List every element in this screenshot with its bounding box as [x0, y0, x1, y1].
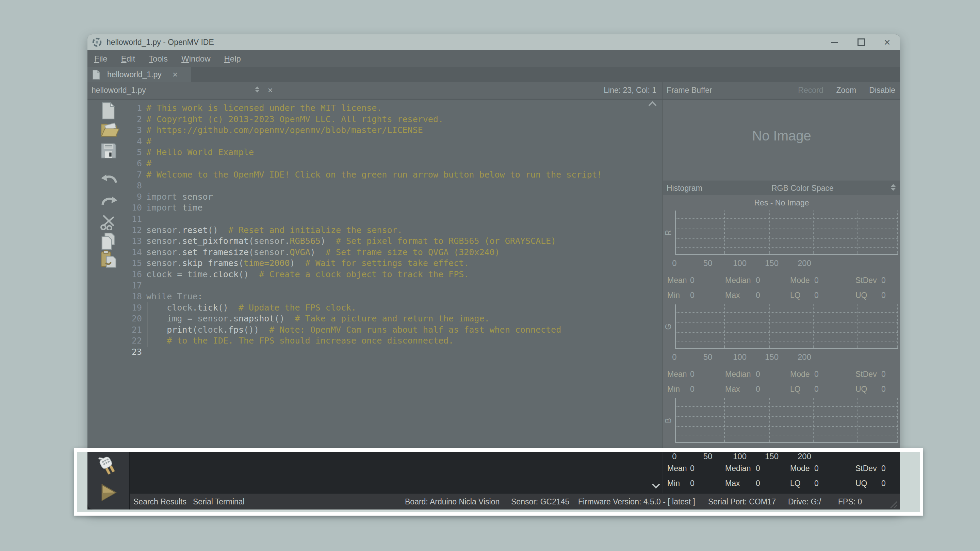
line-number: 1 — [128, 103, 142, 114]
save-icon — [100, 143, 117, 159]
minimize-button[interactable] — [824, 34, 846, 50]
copy-button[interactable] — [100, 232, 118, 250]
menu-edit[interactable]: Edit — [115, 54, 142, 64]
editor-header: helloworld_1.py × Line: 23, Col: 1 — [88, 82, 662, 100]
tab-close-icon[interactable]: × — [172, 67, 178, 82]
menu-help[interactable]: Help — [217, 54, 247, 64]
channel-label-r: R — [664, 229, 673, 237]
record-button[interactable]: Record — [798, 82, 823, 98]
stat-value: 0 — [881, 291, 886, 300]
stat: LQ0 — [790, 291, 801, 300]
minimize-icon — [831, 42, 838, 43]
resize-grip-icon — [888, 499, 897, 508]
line-number: 4 — [128, 136, 142, 147]
code-text: sensor.skip_frames(time=2000) # Wait for… — [146, 258, 469, 268]
file-close-icon[interactable]: × — [268, 82, 273, 98]
line-number: 10 — [128, 202, 142, 214]
menu-file[interactable]: File — [88, 54, 115, 64]
run-button[interactable] — [99, 483, 118, 502]
stat-label: LQ — [790, 291, 801, 300]
stat-label: Mean — [667, 276, 687, 285]
line-number: 9 — [128, 192, 142, 203]
cut-button[interactable] — [100, 214, 118, 232]
code-line: 2# Copyright (c) 2013-2023 OpenMV LLC. A… — [128, 114, 659, 125]
stat-value: 0 — [814, 479, 819, 488]
close-button[interactable]: × — [876, 34, 898, 50]
histogram-plot-r — [675, 211, 898, 255]
open-file-name: helloworld_1.py — [92, 82, 146, 98]
stat-label: Min — [667, 291, 680, 300]
grid-line — [676, 435, 898, 435]
stat-value: 0 — [814, 385, 819, 394]
stat-value: 0 — [881, 276, 886, 285]
tutorial-highlight-box: 050100150200 Mean0Median0Mode0StDev0 Min… — [74, 448, 923, 516]
paste-button[interactable] — [100, 250, 118, 268]
code-text: sensor.reset() # Reset and initialize th… — [146, 225, 402, 235]
line-number: 20 — [128, 313, 142, 324]
open-file-button[interactable] — [100, 121, 118, 138]
grid-line — [897, 305, 898, 348]
grid-line — [676, 426, 898, 427]
new-file-icon — [100, 102, 116, 120]
grid-line — [676, 218, 898, 219]
redo-button[interactable] — [100, 194, 118, 212]
scroll-down-icon[interactable] — [653, 482, 659, 487]
stat-label: Mean — [667, 370, 687, 379]
code-line: 16clock = time.clock() # Create a clock … — [128, 269, 659, 280]
file-switcher-arrows-icon[interactable] — [255, 86, 259, 93]
stats-row: Min0Max0LQ0UQ0 — [663, 385, 900, 394]
code-line: 17 — [128, 280, 659, 292]
x-axis-ticks-b: 050100150200 — [675, 452, 898, 461]
axis-tick-label: 150 — [765, 452, 778, 461]
code-line: 18while True: — [128, 291, 659, 302]
line-number: 8 — [128, 180, 142, 192]
stat-label: StDev — [856, 464, 877, 473]
line-number: 17 — [128, 280, 142, 292]
stat-value: 0 — [690, 479, 695, 488]
menu-tools[interactable]: Tools — [142, 54, 175, 64]
dropdown-arrows-icon[interactable] — [891, 183, 896, 192]
undo-icon — [100, 172, 118, 186]
arrow-down-icon — [255, 90, 259, 92]
undo-button[interactable] — [100, 172, 118, 190]
scroll-up-icon[interactable] — [649, 102, 655, 108]
line-number: 19 — [128, 302, 142, 314]
line-number: 3 — [128, 125, 142, 136]
code-editor[interactable]: 1# This work is licensed under the MIT l… — [128, 103, 659, 358]
search-results-tab[interactable]: Search Results — [134, 494, 186, 510]
tab-helloworld[interactable]: helloworld_1.py × — [88, 67, 191, 82]
line-number: 13 — [128, 236, 142, 247]
axis-tick-label: 0 — [672, 259, 676, 268]
save-file-button[interactable] — [100, 143, 118, 160]
serial-terminal-tab[interactable]: Serial Terminal — [193, 494, 245, 510]
stat: Mean0 — [667, 276, 687, 285]
new-file-button[interactable] — [100, 102, 118, 120]
connect-button[interactable] — [96, 455, 119, 478]
line-number: 5 — [128, 147, 142, 158]
code-line: 11 — [128, 214, 659, 225]
stat-label: Min — [667, 385, 680, 394]
maximize-button[interactable] — [850, 34, 872, 50]
color-space-dropdown[interactable]: RGB Color Space — [772, 181, 834, 195]
menu-window[interactable]: Window — [175, 54, 217, 64]
histogram-channel-r: R 050100150200 Mean0Median0Mode0StDev0 M… — [663, 211, 900, 299]
code-text: clock.tick() # Update the FPS clock. — [146, 303, 356, 313]
zoom-button[interactable]: Zoom — [836, 82, 856, 98]
code-text: img = sensor.snapshot() # Take a picture… — [146, 314, 490, 324]
arrow-up-icon — [255, 86, 259, 89]
histogram-header: Histogram RGB Color Space — [663, 181, 900, 195]
axis-tick-label: 200 — [798, 353, 811, 362]
code-line: 23 — [128, 346, 659, 358]
stat-value: 0 — [756, 464, 760, 473]
stat-value: 0 — [690, 276, 695, 285]
grid-line — [858, 305, 858, 348]
code-text: # Copyright (c) 2013-2023 OpenMV LLC. Al… — [146, 114, 443, 124]
window-title: helloworld_1.py - OpenMV IDE — [107, 34, 214, 50]
code-line: 9import sensor — [128, 192, 659, 203]
status-item: FPS: 0 — [838, 494, 862, 510]
disable-button[interactable]: Disable — [869, 82, 895, 98]
line-number: 7 — [128, 169, 142, 181]
stat-value: 0 — [690, 291, 695, 300]
stat-label: UQ — [856, 385, 867, 394]
no-image-label: No Image — [663, 128, 900, 143]
